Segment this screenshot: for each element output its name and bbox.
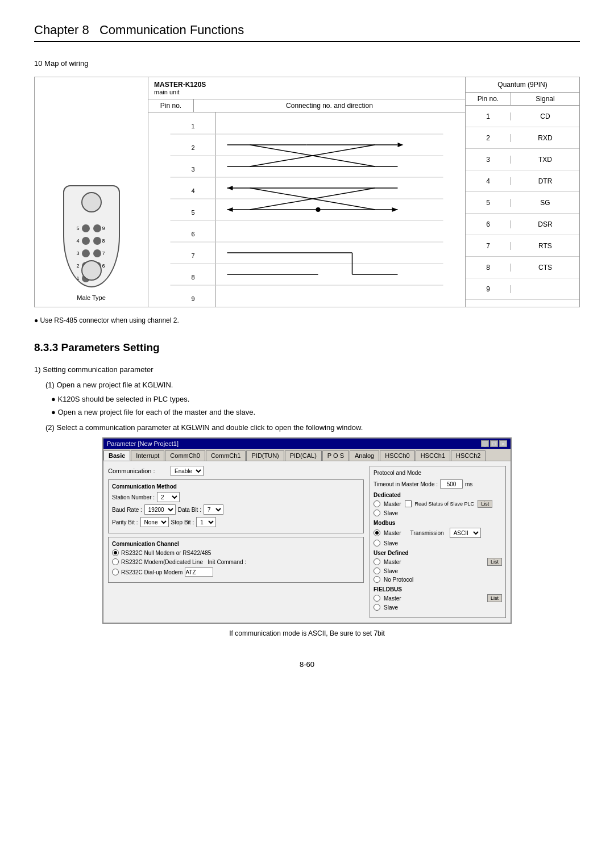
no-protocol-radio[interactable] — [374, 576, 380, 583]
station-select[interactable]: 2 — [157, 492, 180, 502]
dedicated-slave-row: Slave — [374, 510, 502, 516]
dedicated-list-btn[interactable]: List — [478, 500, 492, 508]
close-button[interactable]: × — [499, 440, 507, 447]
user-slave-radio[interactable] — [374, 567, 380, 574]
dedicated-master-radio[interactable] — [374, 500, 380, 507]
comm-channel-title: Communication Channel — [112, 541, 360, 547]
pin-col-header: Pin no. — [148, 99, 194, 112]
wiring-note: ● Use RS-485 connector when using channe… — [34, 316, 580, 324]
sub2-label: (2) Select a communication parameter at … — [45, 423, 580, 432]
master-label: MASTER-K120S — [154, 81, 459, 89]
user-master-label: Master — [384, 559, 401, 565]
user-master-radio[interactable] — [374, 558, 380, 565]
data-bit-select[interactable]: 7 — [204, 504, 223, 515]
connect-col-header: Connecting no. and direction — [194, 99, 465, 112]
note-caption: If communication mode is ASCII, Be sure … — [34, 629, 580, 637]
dedicated-group: Dedicated Master Read Status of Slave PL… — [374, 492, 502, 516]
modbus-master-radio[interactable] — [374, 529, 380, 536]
user-defined-group: User Defined Master List Slave No Protoc… — [374, 550, 502, 583]
dedicated-slave-radio[interactable] — [374, 510, 380, 516]
modbus-master-row: Master Transmission ASCII — [374, 528, 502, 538]
master-sublabel: main unit — [154, 89, 459, 95]
parity-select[interactable]: None — [140, 517, 169, 527]
svg-text:2: 2 — [191, 144, 194, 151]
param-left-panel: Communication : Enable Communication Met… — [108, 466, 364, 618]
fieldbus-list-btn[interactable]: List — [487, 594, 502, 602]
parity-row: Parity Bit : None Stop Bit : 1 — [112, 517, 360, 527]
comm-channel-group: Communication Channel RS232C Null Modem … — [108, 537, 364, 583]
tab-commch0[interactable]: CommCh0 — [165, 450, 205, 461]
svg-text:6: 6 — [191, 231, 194, 237]
svg-marker-20 — [398, 143, 404, 147]
right-row-2: 2 RXD — [466, 127, 579, 149]
svg-text:4: 4 — [191, 187, 194, 194]
tab-pidtun[interactable]: PID(TUN) — [246, 450, 284, 461]
fieldbus-slave-radio[interactable] — [374, 604, 380, 611]
tab-interrupt[interactable]: Interrupt — [131, 450, 164, 461]
tab-hscch0[interactable]: HSCCh0 — [380, 450, 414, 461]
tab-pidcal[interactable]: PID(CAL) — [285, 450, 322, 461]
user-slave-label: Slave — [384, 568, 398, 574]
right-row-4: 4 DTR — [466, 170, 579, 192]
timeout-input[interactable] — [440, 479, 463, 489]
fieldbus-master-radio[interactable] — [374, 595, 380, 602]
read-status-label: Read Status of Slave PLC — [415, 501, 475, 507]
modbus-slave-radio[interactable] — [374, 540, 380, 546]
tab-commch1[interactable]: CommCh1 — [206, 450, 246, 461]
parity-label: Parity Bit : — [112, 519, 138, 525]
tab-pos[interactable]: P O S — [322, 450, 349, 461]
fieldbus-title: FIELDBUS — [374, 586, 502, 592]
communication-select[interactable]: Enable — [171, 466, 204, 476]
comm-method-group: Communication Method Station Number : 2 … — [108, 479, 364, 533]
svg-text:7: 7 — [191, 252, 194, 259]
transmission-select[interactable]: ASCII — [450, 528, 481, 538]
tab-hscch2[interactable]: HSCCh2 — [451, 450, 486, 461]
param-right-panel: Protocol and Mode Timeout in Master Mode… — [370, 466, 506, 618]
tab-hscch1[interactable]: HSCCh1 — [416, 450, 450, 461]
connector-left: 5 4 3 2 1 9 8 7 6 Male Type — [35, 77, 148, 307]
channel-radio-3[interactable] — [112, 569, 119, 575]
channel-opt2: RS232C Modem(Dedicated Line Init Command… — [112, 558, 360, 565]
svg-marker-26 — [392, 207, 398, 212]
timeout-label: Timeout in Master Mode : — [374, 481, 438, 487]
svg-text:9: 9 — [191, 295, 194, 302]
right-row-8: 8 CTS — [466, 257, 579, 278]
transmission-label: Transmission — [410, 530, 444, 536]
wiring-diagram: 5 4 3 2 1 9 8 7 6 Male Type MASTER-K120S — [34, 77, 580, 307]
channel-label-2: RS232C Modem(Dedicated Line Init Command… — [121, 559, 246, 565]
right-row-5: 5 SG — [466, 192, 579, 214]
dedicated-master-label: Master — [384, 501, 401, 507]
baud-select[interactable]: 19200 — [144, 504, 176, 515]
maximize-button[interactable]: □ — [490, 440, 498, 447]
params-section-title: 8.3.3 Parameters Setting — [34, 341, 580, 354]
svg-text:1: 1 — [191, 123, 194, 130]
tab-analog[interactable]: Analog — [350, 450, 379, 461]
minimize-button[interactable]: _ — [481, 440, 489, 447]
data-bit-label: Data Bit : — [178, 507, 201, 513]
titlebar-buttons: _ □ × — [481, 440, 507, 447]
stop-bit-label: Stop Bit : — [171, 519, 194, 525]
timeout-unit: ms — [465, 481, 472, 487]
init-command-input[interactable] — [185, 567, 213, 577]
baud-label: Baud Rate : — [112, 507, 142, 513]
connection-lines: 1 2 3 4 5 6 7 8 9 — [148, 112, 465, 307]
channel-radio-1[interactable] — [112, 549, 119, 556]
wiring-middle-header: MASTER-K120S main unit — [148, 77, 465, 99]
svg-text:3: 3 — [191, 166, 194, 173]
page-number: 8-60 — [34, 660, 580, 669]
bullet2: ● Open a new project file for each of th… — [51, 408, 580, 416]
channel-radio-2[interactable] — [112, 558, 119, 565]
channel-opt1: RS232C Null Modem or RS422/485 — [112, 549, 360, 556]
tab-basic[interactable]: Basic — [103, 450, 130, 461]
wiring-right: Quantum (9PIN) Pin no. Signal 1 CD 2 RXD… — [466, 77, 579, 307]
param-window: Parameter [New Project1] _ □ × Basic Int… — [102, 437, 512, 624]
stop-bit-select[interactable]: 1 — [196, 517, 216, 527]
wiring-right-sub-header: Pin no. Signal — [466, 93, 579, 106]
quantum-header: Quantum (9PIN) — [466, 77, 579, 93]
communication-row: Communication : Enable — [108, 466, 364, 476]
chapter-subtitle: Communication Functions — [89, 23, 244, 37]
dedicated-slave-label: Slave — [384, 510, 398, 516]
read-status-checkbox[interactable] — [405, 500, 412, 507]
user-list-btn[interactable]: List — [487, 558, 502, 566]
right-signal-header: Signal — [511, 93, 579, 105]
